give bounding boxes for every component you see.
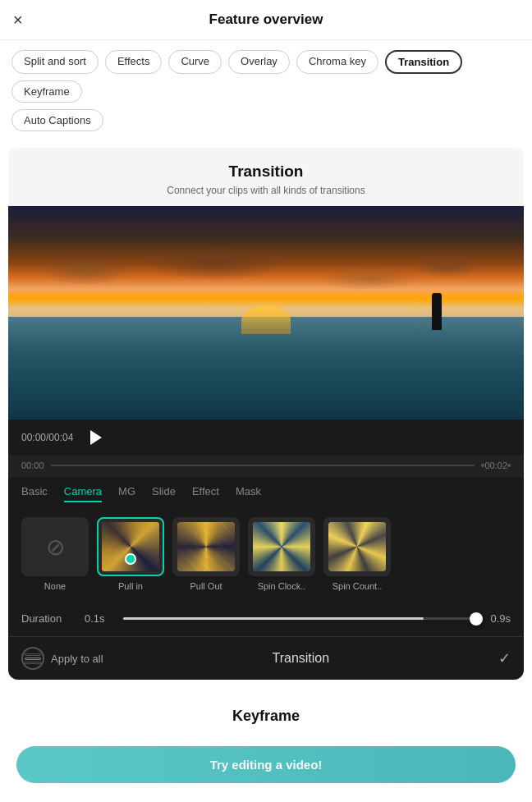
thumb-none[interactable]: ⊘ None	[21, 517, 89, 591]
tab-effects[interactable]: Effects	[105, 50, 163, 74]
pull-out-visual	[177, 522, 235, 571]
person-silhouette	[432, 293, 442, 330]
keyframe-section: Keyframe	[0, 688, 532, 738]
thumb-spin-count[interactable]: Spin Count..	[323, 517, 391, 591]
cta-button[interactable]: Try editing a video!	[16, 746, 516, 783]
timeline-end: 00:02	[484, 461, 507, 470]
timeline-bar: 00:00 00:02	[8, 456, 524, 477]
thumb-pull-in[interactable]: Pull in	[97, 517, 164, 591]
trans-tab-slide[interactable]: Slide	[152, 485, 176, 502]
duration-max: 0.9s	[486, 612, 511, 625]
keyframe-title: Keyframe	[232, 708, 300, 724]
tabs-row-2: Auto Captions	[0, 103, 532, 140]
thumb-spin-clock[interactable]: Spin Clock..	[248, 517, 315, 591]
timeline-dot-2	[507, 464, 511, 467]
apply-left[interactable]: Apply to all	[21, 647, 103, 670]
thumb-spin-clock-box	[248, 517, 315, 576]
cta-area: Try editing a video!	[0, 738, 532, 802]
duration-current: 0.1s	[85, 612, 113, 625]
play-icon	[90, 430, 102, 445]
header: × Feature overview	[0, 0, 532, 40]
no-entry-icon: ⊘	[46, 534, 65, 561]
page-title: Feature overview	[209, 11, 323, 28]
pull-in-visual	[102, 522, 159, 571]
tab-auto-captions[interactable]: Auto Captions	[11, 109, 103, 131]
thumb-spin-count-box	[323, 517, 391, 576]
slider-thumb[interactable]	[470, 612, 483, 626]
tab-curve[interactable]: Curve	[168, 50, 222, 74]
tab-transition[interactable]: Transition	[385, 50, 462, 74]
trans-tab-effect[interactable]: Effect	[192, 485, 219, 502]
card-subtitle: Connect your clips with all kinds of tra…	[21, 185, 511, 196]
apply-icon-box	[21, 647, 44, 670]
tab-split-and-sort[interactable]: Split and sort	[11, 50, 99, 74]
thumb-none-label: None	[44, 581, 66, 591]
thumbnail-row: ⊘ None Pull in	[8, 511, 524, 604]
tab-chroma-key[interactable]: Chroma key	[296, 50, 378, 74]
slider-fill	[123, 617, 424, 620]
thumb-pull-out[interactable]: Pull Out	[172, 517, 240, 591]
duration-area: Duration 0.1s 0.9s	[8, 604, 524, 636]
apply-center-label: Transition	[272, 651, 329, 666]
card-title-area: Transition Connect your clips with all k…	[8, 148, 524, 206]
trans-tab-camera[interactable]: Camera	[64, 485, 102, 502]
tabs-row-1: Split and sort Effects Curve Overlay Chr…	[0, 40, 532, 103]
thumb-spin-clock-label: Spin Clock..	[258, 581, 306, 591]
timeline-track[interactable]	[51, 465, 475, 466]
sun-reflection	[241, 305, 291, 334]
transition-type-tabs: Basic Camera MG Slide Effect Mask	[8, 477, 524, 511]
duration-slider[interactable]	[123, 617, 476, 620]
thumb-pull-in-box	[97, 517, 164, 576]
thumb-pull-out-label: Pull Out	[190, 581, 222, 591]
trans-tab-mask[interactable]: Mask	[236, 485, 261, 502]
check-icon[interactable]: ✓	[498, 649, 511, 667]
tab-overlay[interactable]: Overlay	[228, 50, 290, 74]
tab-keyframe[interactable]: Keyframe	[11, 80, 82, 103]
timeline-start: 00:00	[21, 461, 44, 470]
playback-bar: 00:00/00:04	[8, 419, 524, 456]
thumb-pull-out-box	[172, 517, 240, 576]
duration-label: Duration	[21, 612, 75, 625]
thumb-pull-in-label: Pull in	[118, 581, 143, 591]
stack-layer-mid	[25, 658, 41, 660]
stack-layer-bot	[25, 662, 41, 664]
transition-card: Transition Connect your clips with all k…	[8, 148, 524, 680]
thumb-spin-count-label: Spin Count..	[332, 581, 383, 591]
apply-to-all-text: Apply to all	[51, 653, 103, 665]
video-preview	[8, 206, 524, 419]
trans-tab-basic[interactable]: Basic	[21, 485, 48, 502]
stack-layer-top	[25, 653, 41, 656]
card-title: Transition	[21, 163, 511, 181]
time-display: 00:00/00:04	[21, 432, 73, 443]
apply-bar: Apply to all Transition ✓	[8, 636, 524, 680]
trans-tab-mg[interactable]: MG	[118, 485, 135, 502]
play-button[interactable]	[83, 426, 106, 449]
thumb-none-box: ⊘	[21, 517, 89, 576]
close-button[interactable]: ×	[13, 11, 23, 28]
stack-icon	[25, 653, 41, 664]
